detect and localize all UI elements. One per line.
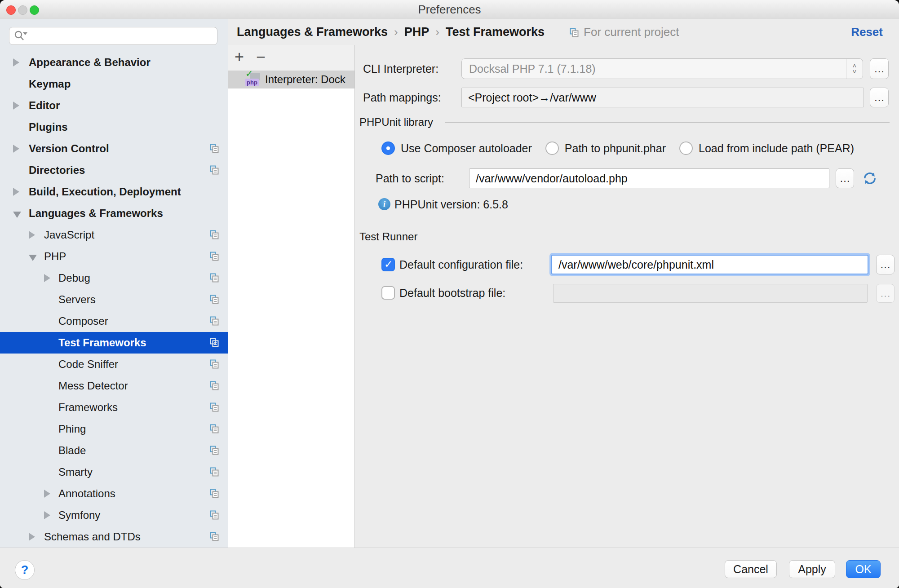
chevron-right-icon[interactable] xyxy=(13,58,19,66)
sidebar-item-debug[interactable]: Debug xyxy=(0,267,228,289)
sidebar-item-directories[interactable]: Directories xyxy=(0,159,228,181)
interpreter-list-item[interactable]: ✓ php Interpreter: Dock xyxy=(228,71,354,88)
stepper-icon[interactable]: ˄˅ xyxy=(846,59,863,79)
sidebar-item-build-execution-deployment[interactable]: Build, Execution, Deployment xyxy=(0,181,228,203)
sidebar-item-symfony[interactable]: Symfony xyxy=(0,504,228,526)
path-to-script-label: Path to script: xyxy=(376,168,444,188)
cli-interpreter-browse-button[interactable]: … xyxy=(870,58,889,79)
settings-sidebar: Appearance & BehaviorKeymapEditorPlugins… xyxy=(0,19,228,548)
help-button[interactable]: ? xyxy=(15,560,35,580)
settings-search-box[interactable] xyxy=(9,27,217,45)
sidebar-item-label: Test Frameworks xyxy=(58,332,146,354)
radio-button[interactable] xyxy=(679,141,693,155)
path-to-script-input[interactable]: /var/www/vendor/autoload.php xyxy=(469,168,829,188)
sidebar-item-blade[interactable]: Blade xyxy=(0,440,228,461)
radio-use-composer-autoloader[interactable]: Use Composer autoloader xyxy=(381,141,532,155)
default-bootstrap-file-checkbox[interactable] xyxy=(381,286,395,300)
shared-settings-icon xyxy=(210,532,219,542)
chevron-right-icon[interactable] xyxy=(29,231,35,239)
sidebar-item-composer[interactable]: Composer xyxy=(0,310,228,332)
radio-path-to-phpunit-phar[interactable]: Path to phpunit.phar xyxy=(545,141,666,155)
chevron-right-icon[interactable] xyxy=(44,511,50,519)
sidebar-item-plugins[interactable]: Plugins xyxy=(0,116,228,138)
search-input[interactable] xyxy=(33,28,214,44)
sidebar-item-label: Phing xyxy=(58,418,86,440)
sidebar-item-frameworks[interactable]: Frameworks xyxy=(0,397,228,418)
sidebar-item-phing[interactable]: Phing xyxy=(0,418,228,440)
sidebar-item-schemas-and-dtds[interactable]: Schemas and DTDs xyxy=(0,526,228,548)
info-icon: i xyxy=(378,198,390,210)
interpreters-toolbar: + − xyxy=(228,45,354,71)
search-filter-caret-icon[interactable] xyxy=(23,32,27,35)
chevron-right-icon[interactable] xyxy=(29,533,35,541)
minimize-window-button[interactable] xyxy=(18,5,27,15)
sidebar-item-keymap[interactable]: Keymap xyxy=(0,73,228,95)
sidebar-item-label: Appearance & Behavior xyxy=(29,52,151,73)
default-configuration-file-value: /var/www/web/core/phpunit.xml xyxy=(558,256,714,274)
sidebar-item-php[interactable]: PHP xyxy=(0,246,228,267)
sidebar-item-appearance-behavior[interactable]: Appearance & Behavior xyxy=(0,52,228,73)
sidebar-item-version-control[interactable]: Version Control xyxy=(0,138,228,159)
test-runner-section: Test Runner xyxy=(355,227,899,247)
sidebar-item-test-frameworks[interactable]: Test Frameworks xyxy=(0,332,228,354)
sidebar-item-label: Schemas and DTDs xyxy=(44,526,141,548)
sidebar-item-languages-frameworks[interactable]: Languages & Frameworks xyxy=(0,203,228,224)
reload-phpunit-version-icon[interactable] xyxy=(862,170,878,186)
cancel-button[interactable]: Cancel xyxy=(725,560,777,578)
default-configuration-file-browse-button[interactable]: … xyxy=(876,255,895,274)
default-bootstrap-file-label: Default bootstrap file: xyxy=(399,283,505,303)
sidebar-item-label: PHP xyxy=(44,246,66,267)
cli-interpreter-select[interactable]: Docksal PHP 7.1 (7.1.18) ˄˅ xyxy=(461,58,863,79)
default-configuration-file-input[interactable]: /var/www/web/core/phpunit.xml xyxy=(551,255,868,274)
cli-interpreter-label: CLI Interpreter: xyxy=(363,58,438,79)
sidebar-item-editor[interactable]: Editor xyxy=(0,95,228,116)
shared-settings-icon xyxy=(210,144,219,154)
section-divider xyxy=(427,237,890,237)
sidebar-item-label: Debug xyxy=(58,267,90,289)
sidebar-item-label: Smarty xyxy=(58,461,93,483)
apply-button[interactable]: Apply xyxy=(789,560,835,578)
zoom-window-button[interactable] xyxy=(30,5,39,15)
reset-link[interactable]: Reset xyxy=(851,25,883,39)
sidebar-item-label: Servers xyxy=(58,289,96,310)
shared-settings-icon xyxy=(210,316,219,326)
close-window-button[interactable] xyxy=(6,5,16,15)
breadcrumb-php[interactable]: PHP xyxy=(404,25,430,39)
chevron-down-icon[interactable] xyxy=(13,212,21,218)
section-divider xyxy=(445,122,890,123)
sidebar-item-code-sniffer[interactable]: Code Sniffer xyxy=(0,354,228,375)
breadcrumb-separator: › xyxy=(394,25,398,39)
shared-settings-icon xyxy=(210,467,219,477)
chevron-right-icon[interactable] xyxy=(13,188,19,196)
shared-settings-icon xyxy=(210,402,219,412)
sidebar-item-smarty[interactable]: Smarty xyxy=(0,461,228,483)
sidebar-item-annotations[interactable]: Annotations xyxy=(0,483,228,504)
remove-interpreter-button[interactable]: − xyxy=(256,45,266,71)
breadcrumb-languages-frameworks[interactable]: Languages & Frameworks xyxy=(237,25,388,39)
path-mappings-browse-button[interactable]: … xyxy=(870,88,889,107)
sidebar-item-javascript[interactable]: JavaScript xyxy=(0,224,228,246)
radio-load-from-include-path[interactable]: Load from include path (PEAR) xyxy=(679,141,854,155)
shared-settings-icon xyxy=(210,446,219,455)
add-interpreter-button[interactable]: + xyxy=(235,45,244,71)
chevron-down-icon[interactable] xyxy=(29,255,37,261)
sidebar-item-mess-detector[interactable]: Mess Detector xyxy=(0,375,228,397)
chevron-right-icon[interactable] xyxy=(44,490,50,498)
breadcrumb-test-frameworks[interactable]: Test Frameworks xyxy=(446,25,545,39)
title-bar: Preferences xyxy=(0,0,899,19)
ok-button[interactable]: OK xyxy=(846,560,881,578)
path-mappings-field[interactable]: <Project root>→/var/www xyxy=(461,88,864,107)
radio-button[interactable] xyxy=(545,141,559,155)
chevron-right-icon[interactable] xyxy=(13,102,19,110)
sidebar-item-servers[interactable]: Servers xyxy=(0,289,228,310)
chevron-right-icon[interactable] xyxy=(13,145,19,153)
chevron-right-icon[interactable] xyxy=(44,274,50,282)
default-bootstrap-file-browse-button: … xyxy=(876,284,895,303)
default-configuration-file-checkbox[interactable] xyxy=(381,258,395,271)
sidebar-item-label: Mess Detector xyxy=(58,375,128,397)
dialog-footer: ? Cancel Apply OK xyxy=(0,548,899,588)
path-to-script-browse-button[interactable]: … xyxy=(836,168,854,188)
radio-button[interactable] xyxy=(381,141,395,155)
sidebar-item-label: Plugins xyxy=(29,116,68,138)
default-bootstrap-file-input[interactable] xyxy=(553,284,868,303)
